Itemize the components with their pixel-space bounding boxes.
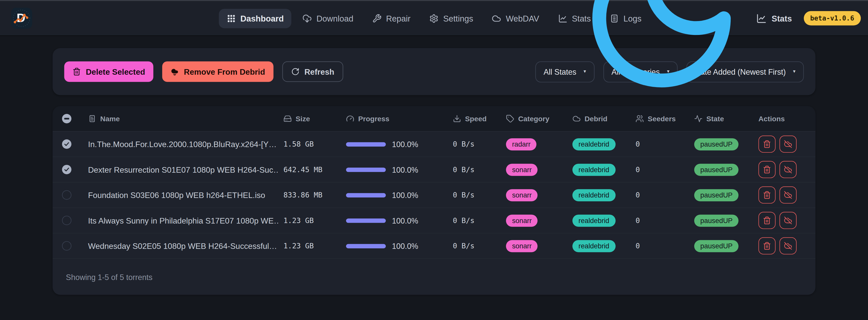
- row-checkbox[interactable]: [62, 190, 71, 200]
- category-badge: sonarr: [506, 164, 538, 176]
- activity-icon: [694, 115, 703, 123]
- gauge-icon: [346, 115, 354, 123]
- row-checkbox[interactable]: [62, 241, 71, 251]
- state-badge: pausedUP: [694, 215, 739, 227]
- torrent-size: 642.45 MB: [279, 165, 345, 174]
- chart-line-icon: [558, 14, 567, 23]
- debrid-badge: realdebrid: [572, 189, 615, 201]
- state-filter-value: All States: [544, 67, 577, 76]
- torrent-size: 1.23 GB: [279, 242, 345, 250]
- progress-percent: 100.0%: [392, 140, 418, 149]
- version-badge[interactable]: beta-v1.0.6: [804, 11, 861, 26]
- row-checkbox[interactable]: [62, 139, 71, 149]
- progress-percent: 100.0%: [392, 191, 418, 199]
- cloud-off-icon: [784, 165, 792, 174]
- cloud-off-icon: [784, 242, 792, 250]
- table-header-row: Name Size Progress Speed Category Debrid…: [53, 106, 815, 132]
- nav-tab-logs[interactable]: Logs: [602, 9, 649, 28]
- row-actions: [755, 161, 815, 178]
- remove-from-debrid-row-button[interactable]: [779, 186, 797, 203]
- progress-percent: 100.0%: [392, 242, 418, 250]
- remove-from-debrid-row-button[interactable]: [779, 237, 797, 254]
- progress-bar: 100.0%: [346, 165, 451, 174]
- file-text-icon: [88, 115, 96, 123]
- progress-bar: 100.0%: [346, 216, 451, 225]
- torrent-speed: 0 B/s: [451, 216, 506, 225]
- row-actions: [755, 212, 815, 229]
- category-badge: sonarr: [506, 189, 538, 201]
- download-icon: [453, 115, 461, 123]
- debrid-badge: realdebrid: [572, 164, 615, 176]
- app-logo[interactable]: D: [11, 8, 32, 29]
- nav-tab-stats[interactable]: Stats: [550, 9, 599, 28]
- trash-icon: [763, 216, 771, 225]
- delete-torrent-button[interactable]: [758, 161, 776, 178]
- app: D Dashboard Download Repair Settings Web…: [0, 0, 868, 320]
- table-body: In.The.Mood.For.Love.2000.1080p.BluRay.x…: [53, 132, 815, 259]
- row-actions: [755, 237, 815, 254]
- state-badge: pausedUP: [694, 138, 739, 150]
- nav-tab-download[interactable]: Download: [295, 9, 361, 28]
- nav-tab-dashboard[interactable]: Dashboard: [219, 9, 291, 28]
- category-badge: sonarr: [506, 215, 538, 227]
- remove-from-debrid-row-button[interactable]: [779, 161, 797, 178]
- nav-tab-webdav[interactable]: WebDAV: [484, 9, 547, 28]
- check-icon: [64, 141, 70, 147]
- hard-drive-icon: [283, 115, 292, 123]
- debrid-badge: realdebrid: [572, 240, 615, 252]
- refresh-label: Refresh: [304, 67, 334, 76]
- trash-icon: [763, 242, 771, 250]
- check-icon: [64, 167, 70, 173]
- progress-percent: 100.0%: [392, 216, 418, 225]
- torrent-name: In.The.Mood.For.Love.2000.1080p.BluRay.x…: [80, 140, 279, 149]
- select-all-checkbox[interactable]: [62, 114, 71, 123]
- cloud-icon: [492, 14, 501, 23]
- state-badge: pausedUP: [694, 240, 739, 252]
- torrent-size: 1.23 GB: [279, 216, 345, 225]
- torrent-name: Dexter Resurrection S01E07 1080p WEB H26…: [80, 165, 279, 174]
- column-header-category: Category: [506, 115, 572, 123]
- torrent-seeders: 0: [633, 165, 694, 174]
- trash-icon: [72, 68, 81, 76]
- debrid-badge: realdebrid: [572, 215, 615, 227]
- column-header-size: Size: [279, 115, 345, 123]
- category-badge: sonarr: [506, 240, 538, 252]
- table-row: Wednesday S02E05 1080p WEB H264-Successf…: [53, 233, 815, 259]
- column-header-name: Name: [80, 115, 279, 123]
- torrent-seeders: 0: [633, 140, 694, 148]
- delete-torrent-button[interactable]: [758, 237, 776, 254]
- torrent-seeders: 0: [633, 216, 694, 225]
- row-checkbox[interactable]: [62, 216, 71, 225]
- nav-tab-repair[interactable]: Repair: [364, 9, 418, 28]
- table-footer: Showing 1-5 of 5 torrents: [53, 259, 815, 295]
- wrench-icon: [372, 14, 381, 23]
- row-actions: [755, 186, 815, 203]
- remove-from-debrid-row-button[interactable]: [779, 212, 797, 229]
- state-badge: pausedUP: [694, 189, 739, 201]
- remove-from-debrid-row-button[interactable]: [779, 135, 797, 153]
- delete-selected-button[interactable]: Delete Selected: [64, 62, 153, 82]
- torrent-name: Its Always Sunny in Philadelphia S17E07 …: [80, 216, 279, 225]
- gear-icon: [429, 14, 439, 23]
- trash-icon: [763, 140, 771, 148]
- progress-percent: 100.0%: [392, 165, 418, 174]
- debrid-badge: realdebrid: [572, 138, 615, 150]
- state-badge: pausedUP: [694, 164, 739, 176]
- nav-tab-settings[interactable]: Settings: [422, 9, 481, 28]
- torrent-speed: 0 B/s: [451, 165, 506, 174]
- stats-link[interactable]: Stats: [756, 13, 792, 24]
- delete-torrent-button[interactable]: [758, 135, 776, 153]
- torrent-table: Name Size Progress Speed Category Debrid…: [53, 106, 815, 295]
- column-header-progress: Progress: [345, 115, 451, 123]
- row-checkbox[interactable]: [62, 165, 71, 174]
- table-row: Foundation S03E06 1080p WEB h264-ETHEL.i…: [53, 183, 815, 208]
- delete-torrent-button[interactable]: [758, 186, 776, 203]
- remove-from-debrid-button[interactable]: Remove From Debrid: [162, 62, 273, 82]
- progress-bar: 100.0%: [346, 242, 451, 250]
- tag-icon: [506, 115, 514, 123]
- refresh-button[interactable]: Refresh: [282, 62, 343, 82]
- torrent-size: 833.86 MB: [279, 191, 345, 199]
- delete-torrent-button[interactable]: [758, 212, 776, 229]
- grid-icon: [226, 14, 236, 23]
- torrent-seeders: 0: [633, 242, 694, 250]
